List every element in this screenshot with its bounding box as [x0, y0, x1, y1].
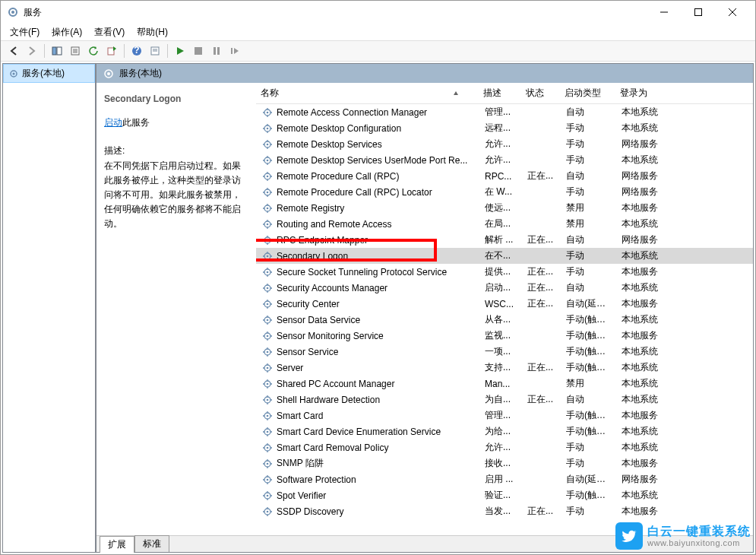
service-logon-cell: 本地服务 [617, 297, 672, 310]
service-row[interactable]: Remote Desktop Services允许...手动网络服务 [256, 136, 753, 152]
service-state-cell: 正在... [523, 170, 561, 182]
svg-point-23 [13, 72, 15, 75]
tree-root-label: 服务(本地) [22, 67, 65, 80]
service-row[interactable]: Software Protection启用 ...自动(延迟...网络服务 [256, 471, 753, 487]
menu-view[interactable]: 查看(V) [88, 24, 131, 40]
window-title: 服务 [24, 6, 647, 19]
service-desc-cell: 提供... [480, 265, 523, 278]
service-state-cell: 正在... [523, 265, 561, 278]
start-service-suffix: 此服务 [122, 117, 150, 128]
service-row[interactable]: Routing and Remote Access在局...禁用本地系统 [256, 216, 753, 232]
tab-extended[interactable]: 扩展 [100, 536, 134, 553]
service-row[interactable]: Server支持...正在...手动(触发...本地系统 [256, 360, 753, 376]
stop-service-button[interactable] [190, 43, 207, 59]
service-row[interactable]: Security Accounts Manager启动...正在...自动本地系… [256, 280, 753, 296]
col-logon-header[interactable]: 登录为 [615, 83, 670, 103]
start-service-button[interactable] [172, 43, 188, 59]
toolbar: ? [1, 40, 755, 62]
close-button[interactable] [715, 1, 749, 24]
menu-help[interactable]: 帮助(H) [131, 24, 174, 40]
col-state-header[interactable]: 状态 [521, 83, 560, 103]
service-logon-cell: 本地系统 [617, 313, 672, 326]
list-body[interactable]: Remote Access Connection Manager管理...自动本… [256, 104, 753, 535]
service-row[interactable]: SSDP Discovery当发...正在...手动本地服务 [256, 503, 753, 519]
col-name-header[interactable]: 名称 [256, 83, 479, 103]
service-gear-icon [262, 283, 273, 293]
service-name-cell: Remote Desktop Configuration [258, 123, 480, 134]
service-row[interactable]: Remote Access Connection Manager管理...自动本… [256, 104, 753, 120]
show-hide-tree-button[interactable] [49, 43, 65, 59]
service-row[interactable]: Sensor Data Service从各...手动(触发...本地系统 [256, 312, 753, 328]
service-row[interactable]: Remote Procedure Call (RPC)RPC...正在...自动… [256, 168, 753, 184]
start-service-link[interactable]: 启动 [104, 117, 122, 128]
service-row[interactable]: Security CenterWSC...正在...自动(延迟...本地服务 [256, 296, 753, 312]
service-gear-icon [262, 363, 273, 373]
service-startup-cell: 手动(触发... [561, 409, 617, 422]
maximize-button[interactable] [681, 1, 715, 24]
service-desc-cell: 支持... [480, 361, 523, 374]
svg-point-69 [267, 223, 269, 225]
service-row[interactable]: Sensor Monitoring Service监视...手动(触发...本地… [256, 328, 753, 344]
properties-button[interactable] [67, 43, 84, 59]
help-topics-button[interactable] [147, 43, 163, 59]
sort-asc-icon [453, 90, 459, 97]
menu-file[interactable]: 文件(F) [4, 24, 46, 40]
col-desc-header[interactable]: 描述 [479, 83, 521, 103]
service-gear-icon [262, 458, 273, 469]
menu-action[interactable]: 操作(A) [46, 24, 88, 40]
service-startup-cell: 禁用 [561, 217, 617, 230]
svg-point-99 [267, 303, 269, 305]
minimize-button[interactable] [647, 1, 681, 24]
watermark: 白云一键重装系统 www.baiyunxitong.com [615, 522, 751, 550]
svg-point-57 [267, 191, 269, 193]
service-startup-cell: 手动 [561, 441, 617, 454]
help-button[interactable]: ? [128, 43, 145, 59]
service-row[interactable]: Shared PC Account ManagerMan...禁用本地系统 [256, 376, 753, 392]
service-row[interactable]: Remote Procedure Call (RPC) Locator在 W..… [256, 184, 753, 200]
service-row[interactable]: Remote Registry使远...禁用本地服务 [256, 200, 753, 216]
svg-point-25 [107, 72, 110, 75]
service-row[interactable]: Remote Desktop Services UserMode Port Re… [256, 152, 753, 168]
service-row[interactable]: Smart Card管理...手动(触发...本地服务 [256, 408, 753, 423]
service-name-cell: Remote Registry [258, 203, 480, 214]
service-gear-icon [262, 299, 273, 309]
service-row[interactable]: Secure Socket Tunneling Protocol Service… [256, 264, 753, 280]
service-row[interactable]: Smart Card Device Enumeration Service为给.… [256, 423, 753, 439]
service-name-cell: Remote Desktop Services [258, 139, 480, 150]
svg-point-177 [267, 510, 269, 512]
service-name-cell: RPC Endpoint Mapper [258, 235, 480, 246]
pause-service-button[interactable] [208, 43, 225, 59]
service-desc-cell: 在局... [480, 217, 523, 230]
service-desc-cell: 启用 ... [480, 473, 523, 486]
back-button[interactable] [5, 43, 22, 59]
service-row[interactable]: SNMP 陷阱接收...手动本地服务 [256, 455, 753, 471]
service-row[interactable]: Secondary Logon在不...手动本地系统 [256, 248, 753, 264]
tree-root-services[interactable]: 服务(本地) [3, 64, 95, 83]
service-row[interactable]: Sensor Service一项...手动(触发...本地系统 [256, 344, 753, 360]
service-row[interactable]: RPC Endpoint Mapper解析 ...正在...自动网络服务 [256, 232, 753, 248]
tab-standard[interactable]: 标准 [134, 535, 169, 552]
service-row[interactable]: Spot Verifier验证...手动(触发...本地系统 [256, 487, 753, 503]
service-state-cell: 正在... [523, 233, 561, 246]
svg-point-63 [267, 207, 269, 209]
pane-header-icon [103, 68, 115, 80]
service-logon-cell: 本地系统 [617, 154, 672, 166]
service-row[interactable]: Smart Card Removal Policy允许...手动本地系统 [256, 439, 753, 455]
service-row[interactable]: Shell Hardware Detection为自...正在...自动本地系统 [256, 392, 753, 408]
service-startup-cell: 自动(延迟... [561, 297, 617, 310]
service-name-cell: Sensor Service [258, 347, 480, 357]
service-gear-icon [262, 187, 273, 198]
service-name-cell: Remote Procedure Call (RPC) Locator [258, 187, 480, 198]
refresh-button[interactable] [85, 43, 102, 59]
restart-service-button[interactable] [226, 43, 243, 59]
service-startup-cell: 自动 [561, 106, 617, 119]
selected-service-name: Secondary Logon [104, 92, 248, 106]
svg-rect-6 [52, 47, 56, 55]
app-icon [7, 6, 19, 18]
service-row[interactable]: Remote Desktop Configuration远程...手动本地系统 [256, 120, 753, 136]
service-desc-cell: 在 W... [480, 186, 523, 198]
svg-rect-20 [217, 47, 220, 55]
col-startup-header[interactable]: 启动类型 [560, 83, 615, 103]
forward-button[interactable] [24, 43, 40, 59]
export-button[interactable] [103, 43, 120, 59]
